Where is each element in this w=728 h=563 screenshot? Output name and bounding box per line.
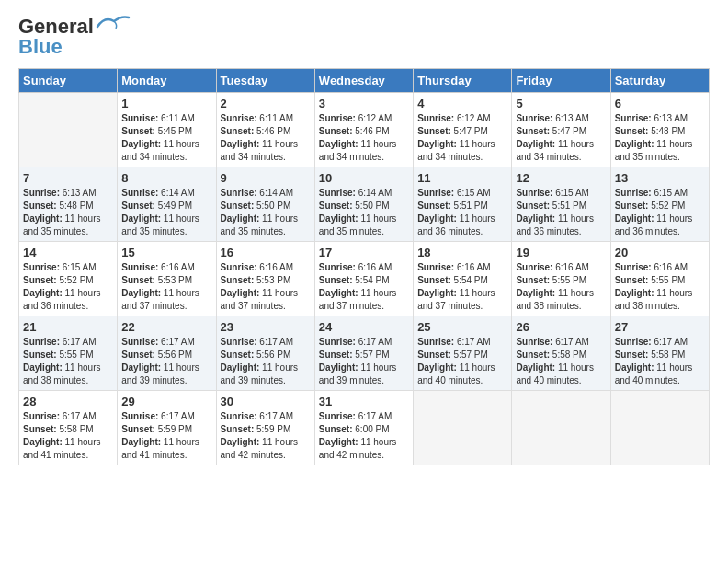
logo-blue: Blue xyxy=(18,35,63,59)
day-info: Sunrise: 6:17 AMSunset: 5:59 PMDaylight:… xyxy=(121,410,211,462)
day-info: Sunrise: 6:16 AMSunset: 5:53 PMDaylight:… xyxy=(121,261,211,313)
day-number: 17 xyxy=(319,246,409,259)
day-number: 15 xyxy=(121,246,211,259)
day-info: Sunrise: 6:17 AMSunset: 5:56 PMDaylight:… xyxy=(121,336,211,387)
calendar-cell: 18Sunrise: 6:16 AMSunset: 5:54 PMDayligh… xyxy=(414,242,512,316)
calendar-cell: 20Sunrise: 6:16 AMSunset: 5:55 PMDayligh… xyxy=(610,242,709,316)
page-container: General Blue SundayMondayTuesdayWednesda… xyxy=(0,0,728,475)
day-number: 13 xyxy=(615,171,705,185)
day-info: Sunrise: 6:17 AMSunset: 5:57 PMDaylight:… xyxy=(319,336,409,387)
week-row-4: 21Sunrise: 6:17 AMSunset: 5:55 PMDayligh… xyxy=(19,316,710,391)
calendar-cell: 7Sunrise: 6:13 AMSunset: 5:48 PMDaylight… xyxy=(19,167,118,242)
day-info: Sunrise: 6:13 AMSunset: 5:47 PMDaylight:… xyxy=(516,112,606,164)
day-info: Sunrise: 6:17 AMSunset: 5:58 PMDaylight:… xyxy=(615,336,705,387)
calendar-cell: 27Sunrise: 6:17 AMSunset: 5:58 PMDayligh… xyxy=(610,316,709,391)
day-number: 31 xyxy=(319,395,409,408)
day-number: 10 xyxy=(319,171,409,185)
week-row-3: 14Sunrise: 6:15 AMSunset: 5:52 PMDayligh… xyxy=(19,242,710,316)
logo-bird-icon xyxy=(96,14,131,34)
header-saturday: Saturday xyxy=(610,69,709,93)
week-row-1: 1Sunrise: 6:11 AMSunset: 5:45 PMDaylight… xyxy=(19,93,710,167)
header-monday: Monday xyxy=(118,69,216,93)
calendar-cell: 26Sunrise: 6:17 AMSunset: 5:58 PMDayligh… xyxy=(512,316,610,391)
day-number: 19 xyxy=(516,246,606,259)
day-number: 18 xyxy=(417,246,507,259)
day-info: Sunrise: 6:16 AMSunset: 5:54 PMDaylight:… xyxy=(417,261,507,313)
day-info: Sunrise: 6:14 AMSunset: 5:50 PMDaylight:… xyxy=(221,187,311,238)
day-info: Sunrise: 6:15 AMSunset: 5:52 PMDaylight:… xyxy=(23,261,113,313)
day-info: Sunrise: 6:13 AMSunset: 5:48 PMDaylight:… xyxy=(23,187,113,238)
day-number: 27 xyxy=(615,320,705,334)
calendar-cell: 16Sunrise: 6:16 AMSunset: 5:53 PMDayligh… xyxy=(216,242,314,316)
calendar-cell xyxy=(19,93,118,167)
day-info: Sunrise: 6:12 AMSunset: 5:47 PMDaylight:… xyxy=(417,112,507,164)
calendar-cell: 23Sunrise: 6:17 AMSunset: 5:56 PMDayligh… xyxy=(216,316,314,391)
calendar-cell: 5Sunrise: 6:13 AMSunset: 5:47 PMDaylight… xyxy=(512,93,610,167)
day-number: 29 xyxy=(121,395,211,408)
day-number: 16 xyxy=(221,246,311,259)
header-friday: Friday xyxy=(512,69,610,93)
day-info: Sunrise: 6:16 AMSunset: 5:55 PMDaylight:… xyxy=(615,261,705,313)
day-info: Sunrise: 6:12 AMSunset: 5:46 PMDaylight:… xyxy=(319,112,409,164)
calendar-cell: 22Sunrise: 6:17 AMSunset: 5:56 PMDayligh… xyxy=(118,316,216,391)
week-row-2: 7Sunrise: 6:13 AMSunset: 5:48 PMDaylight… xyxy=(19,167,710,242)
calendar-cell: 15Sunrise: 6:16 AMSunset: 5:53 PMDayligh… xyxy=(118,242,216,316)
calendar-cell: 12Sunrise: 6:15 AMSunset: 5:51 PMDayligh… xyxy=(512,167,610,242)
day-number: 20 xyxy=(615,246,705,259)
day-info: Sunrise: 6:17 AMSunset: 5:58 PMDaylight:… xyxy=(516,336,606,387)
day-number: 26 xyxy=(516,320,606,334)
calendar-cell: 6Sunrise: 6:13 AMSunset: 5:48 PMDaylight… xyxy=(610,93,709,167)
day-info: Sunrise: 6:16 AMSunset: 5:54 PMDaylight:… xyxy=(319,261,409,313)
day-info: Sunrise: 6:17 AMSunset: 5:55 PMDaylight:… xyxy=(23,336,113,387)
calendar-cell: 11Sunrise: 6:15 AMSunset: 5:51 PMDayligh… xyxy=(414,167,512,242)
header-wednesday: Wednesday xyxy=(314,69,413,93)
day-info: Sunrise: 6:13 AMSunset: 5:48 PMDaylight:… xyxy=(615,112,705,164)
calendar-cell: 29Sunrise: 6:17 AMSunset: 5:59 PMDayligh… xyxy=(118,391,216,465)
day-number: 7 xyxy=(23,171,113,185)
day-info: Sunrise: 6:14 AMSunset: 5:49 PMDaylight:… xyxy=(121,187,211,238)
calendar-cell: 4Sunrise: 6:12 AMSunset: 5:47 PMDaylight… xyxy=(414,93,512,167)
header-tuesday: Tuesday xyxy=(216,69,314,93)
day-info: Sunrise: 6:16 AMSunset: 5:55 PMDaylight:… xyxy=(516,261,606,313)
calendar-cell: 19Sunrise: 6:16 AMSunset: 5:55 PMDayligh… xyxy=(512,242,610,316)
header-row: SundayMondayTuesdayWednesdayThursdayFrid… xyxy=(19,69,710,93)
day-number: 24 xyxy=(319,320,409,334)
day-number: 1 xyxy=(121,97,211,110)
day-number: 8 xyxy=(121,171,211,185)
calendar-cell: 30Sunrise: 6:17 AMSunset: 5:59 PMDayligh… xyxy=(216,391,314,465)
calendar-cell: 1Sunrise: 6:11 AMSunset: 5:45 PMDaylight… xyxy=(118,93,216,167)
calendar-cell: 24Sunrise: 6:17 AMSunset: 5:57 PMDayligh… xyxy=(314,316,413,391)
day-info: Sunrise: 6:14 AMSunset: 5:50 PMDaylight:… xyxy=(319,187,409,238)
week-row-5: 28Sunrise: 6:17 AMSunset: 5:58 PMDayligh… xyxy=(19,391,710,465)
calendar-cell: 28Sunrise: 6:17 AMSunset: 5:58 PMDayligh… xyxy=(19,391,118,465)
calendar-cell: 14Sunrise: 6:15 AMSunset: 5:52 PMDayligh… xyxy=(19,242,118,316)
calendar-cell xyxy=(414,391,512,465)
day-info: Sunrise: 6:15 AMSunset: 5:51 PMDaylight:… xyxy=(417,187,507,238)
day-number: 6 xyxy=(615,97,705,110)
calendar-cell: 25Sunrise: 6:17 AMSunset: 5:57 PMDayligh… xyxy=(414,316,512,391)
calendar-cell: 17Sunrise: 6:16 AMSunset: 5:54 PMDayligh… xyxy=(314,242,413,316)
day-number: 22 xyxy=(121,320,211,334)
day-number: 2 xyxy=(221,97,311,110)
header: General Blue xyxy=(18,15,710,59)
calendar-cell: 10Sunrise: 6:14 AMSunset: 5:50 PMDayligh… xyxy=(314,167,413,242)
day-number: 12 xyxy=(516,171,606,185)
day-number: 3 xyxy=(319,97,409,110)
day-number: 30 xyxy=(221,395,311,408)
day-info: Sunrise: 6:17 AMSunset: 6:00 PMDaylight:… xyxy=(319,410,409,462)
day-number: 28 xyxy=(23,395,113,408)
calendar-cell: 31Sunrise: 6:17 AMSunset: 6:00 PMDayligh… xyxy=(314,391,413,465)
day-info: Sunrise: 6:17 AMSunset: 5:57 PMDaylight:… xyxy=(417,336,507,387)
calendar-cell: 8Sunrise: 6:14 AMSunset: 5:49 PMDaylight… xyxy=(118,167,216,242)
day-info: Sunrise: 6:17 AMSunset: 5:59 PMDaylight:… xyxy=(221,410,311,462)
day-info: Sunrise: 6:16 AMSunset: 5:53 PMDaylight:… xyxy=(221,261,311,313)
header-sunday: Sunday xyxy=(19,69,118,93)
day-number: 23 xyxy=(221,320,311,334)
calendar-cell: 21Sunrise: 6:17 AMSunset: 5:55 PMDayligh… xyxy=(19,316,118,391)
day-number: 11 xyxy=(417,171,507,185)
day-number: 5 xyxy=(516,97,606,110)
day-number: 14 xyxy=(23,246,113,259)
header-thursday: Thursday xyxy=(414,69,512,93)
calendar-cell: 2Sunrise: 6:11 AMSunset: 5:46 PMDaylight… xyxy=(216,93,314,167)
day-info: Sunrise: 6:17 AMSunset: 5:56 PMDaylight:… xyxy=(221,336,311,387)
